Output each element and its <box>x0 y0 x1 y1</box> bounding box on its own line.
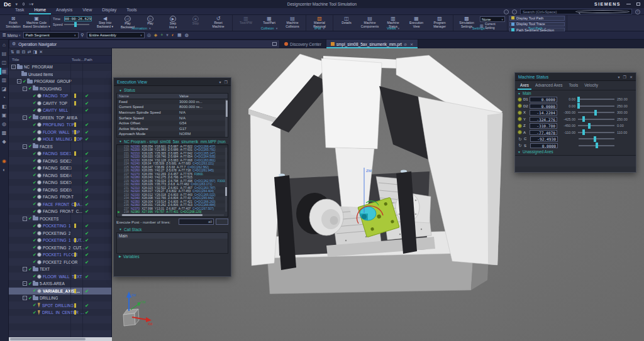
axis-slider[interactable] <box>578 106 614 107</box>
tree-item-facing-side2[interactable]: ✔FACING_SIDE2✔ <box>9 158 111 165</box>
axis-value-field[interactable]: -310.780 <box>530 123 557 129</box>
axis-value-field[interactable]: -92.4930 <box>530 136 558 142</box>
tree-item-pocket2-floor[interactable]: ✔POCKET2_FLOOR✔ <box>9 259 111 266</box>
tree-item-pocketing-1[interactable]: ✔POCKETING_1✔ <box>9 222 111 230</box>
status-row-approach-mode[interactable]: Approach ModeNORM <box>117 131 228 137</box>
display-tool-path-toggle[interactable]: Display Tool Path <box>509 16 565 21</box>
tree-item-facing-front-c[interactable]: ✔FACING_FRONT_C...✔ <box>9 208 111 215</box>
axis-slider[interactable] <box>578 125 614 126</box>
reuse-library-icon[interactable]: ◧ <box>1 103 8 110</box>
history-icon[interactable]: ▩ <box>1 129 8 136</box>
axis-slider-handle[interactable] <box>582 129 585 135</box>
expander-icon[interactable]: − <box>23 116 27 120</box>
collapse-all-icon[interactable]: ⊟ <box>22 50 26 55</box>
tree-item-floor-wall-top[interactable]: ✔FLOOR_WALL_TOP✔ <box>9 129 111 136</box>
nc-program-listing[interactable]: 219N2190X28.054Y18.601Z-5.687A-77.622C=D… <box>116 144 228 217</box>
expander-icon[interactable]: − <box>23 144 27 149</box>
expander-icon[interactable]: − <box>23 217 27 221</box>
tree-item-faces[interactable]: −✔FACES <box>9 143 111 151</box>
assembly-navigator-icon[interactable]: ▤ <box>1 50 8 57</box>
machine-status-tab-axes[interactable]: Axes <box>518 82 531 90</box>
expand-all-icon[interactable]: ⊞ <box>16 50 20 55</box>
constraint-navigator-icon[interactable]: ◫ <box>1 59 8 66</box>
status-row-active-offset[interactable]: Active OffsetG54 <box>117 121 228 126</box>
collaboration-icon[interactable]: ◦ <box>504 9 509 14</box>
tree-item-drilling[interactable]: −✔DRILLING <box>9 295 111 302</box>
help-icon[interactable]: ? <box>635 9 640 14</box>
tree-item-hole-milling-top[interactable]: ✔HOLE_MILLING_TOP✔ <box>9 136 111 143</box>
tab-part-file[interactable]: smpl_sim08_5ax_sinumerik_mm.prt ⊘ ✕ <box>326 40 418 48</box>
tree-item-pocketing-2-cut[interactable]: ✔POCKETING_2_CUT...✔ <box>9 244 111 252</box>
column-settings-icon[interactable]: ◨ <box>33 50 38 55</box>
tree-item-5-axis-area[interactable]: −✔5-AXIS-AREA <box>9 280 111 288</box>
code-vscrollbar[interactable] <box>225 148 227 212</box>
search-input[interactable]: Search (Ctrl+Space) <box>520 9 632 14</box>
status-row-surface-speed[interactable]: Surface SpeedN/A <box>117 115 228 121</box>
axis-value-field[interactable]: 0.0000 <box>530 143 558 149</box>
tree-item-pocketing-1-cut[interactable]: ✔POCKETING_1_CUT...✔ <box>9 237 111 244</box>
tree-item-facing-top[interactable]: ✔FACING_TOP✔ <box>9 92 111 100</box>
call-stack-item[interactable]: Main <box>117 233 228 239</box>
axis-value-field[interactable]: -14.2204 <box>530 110 557 116</box>
display-tool-trace-toggle[interactable]: Display Tool Trace <box>509 22 565 27</box>
status-row-active-workplane[interactable]: Active WorkplaneG17 <box>117 126 228 132</box>
simulation-setting-select[interactable]: None▾ <box>480 16 505 22</box>
tree-item-cavity-mill[interactable]: ✔CAVITY_MILL✔ <box>9 107 111 114</box>
touch-mode-icon[interactable]: ◐ <box>1 166 8 173</box>
axis-slider[interactable] <box>578 132 614 133</box>
execute-lines-stepper[interactable] <box>216 219 228 225</box>
tree-item-variable-axis[interactable]: ✔VARIABLE_AXIS_...✔ <box>9 288 111 295</box>
home-icon[interactable]: ⌂ <box>1 41 8 48</box>
axis-slider-handle[interactable] <box>596 143 598 148</box>
selection-filter-icon[interactable]: ◎ <box>147 32 151 38</box>
tree-item-drill-in-center[interactable]: ✔DRILL_IN_CENTER_...✔ <box>9 309 111 317</box>
tree-item-text[interactable]: −✔TEXT <box>9 266 111 273</box>
tree-item-facing-side6[interactable]: ✔FACING_SIDE6✔ <box>9 187 111 194</box>
quick-access-dropdown-icon[interactable]: ▾ <box>16 2 18 7</box>
time-field[interactable]: 00:00:26.629 <box>64 16 92 21</box>
menu-tab-home[interactable]: Home <box>29 7 51 14</box>
expander-icon[interactable]: − <box>23 296 27 300</box>
section-nc-program[interactable]: ▼NC Program - smpl_sim08_5ax_sinumerik_m… <box>116 139 228 144</box>
mic-icon[interactable] <box>23 3 25 6</box>
detach-icon[interactable]: ✕ <box>39 50 43 55</box>
assembly-scope-select[interactable]: Entire Assembly▾ <box>87 32 145 38</box>
section-status[interactable]: ▼Status <box>116 87 228 93</box>
tree-item-pocket1-floor[interactable]: ✔POCKET1_FLOOR✔ <box>9 251 111 259</box>
axis-slider-handle[interactable] <box>588 123 591 129</box>
voice-command-icon[interactable]: ≈▾ <box>29 2 33 7</box>
navigator-column-headers[interactable]: Title Toolc... Path <box>9 56 111 63</box>
tree-item-pockets[interactable]: −✔POCKETS <box>9 215 111 223</box>
axis-slider[interactable] <box>578 119 614 120</box>
finish-simulation-button[interactable]: ⊠FinishSimulation <box>2 16 25 28</box>
axis-value-field[interactable]: 0.0000 <box>530 97 557 102</box>
tab-close-icon[interactable]: ✕ <box>410 42 413 46</box>
tree-item-facing-side1[interactable]: ✔FACING_SIDE1✔ <box>9 150 111 158</box>
tree-item-facing-front[interactable]: ✔FACING_FRONT✔ <box>9 193 111 201</box>
machine-tool-navigator-icon[interactable]: ▥ <box>1 77 8 84</box>
machine-code-based-simulation-button[interactable]: ▣Machine CodeBased Simulation ▾ <box>25 16 48 28</box>
tree-item-unused-items[interactable]: Unused Items <box>9 71 111 78</box>
tree-item-profiling-top[interactable]: ✔PROFILING_TOP✔ <box>9 121 111 129</box>
axis-slider-handle[interactable] <box>577 103 580 109</box>
panel-dock-icon[interactable]: ❐ <box>623 75 626 79</box>
section-main-axes[interactable]: ▼Main <box>515 90 636 96</box>
tree-item-pocketing-2[interactable]: ✔POCKETING_2✔ <box>9 230 111 237</box>
axis-value-field[interactable]: 0.0000 <box>530 104 557 109</box>
tree-item-cavity-top[interactable]: ✔CAVITY_TOP✔ <box>9 100 111 107</box>
code-hscrollbar[interactable] <box>121 214 224 216</box>
snap-point-icon[interactable]: ◈ <box>154 32 157 38</box>
tree-item-facing-side3[interactable]: ✔FACING_SIDE3✔ <box>9 165 111 172</box>
menu-button[interactable]: ☰ Menu ▾ <box>3 33 21 38</box>
menu-tab-task[interactable]: Task <box>10 7 29 14</box>
machine-status-titlebar[interactable]: Machine Status ▾❐✕ <box>515 73 636 81</box>
machine-status-tab-velocity[interactable]: Velocity <box>582 82 601 90</box>
selection-mode-icon[interactable]: ⚲ <box>81 32 84 38</box>
dock-panel-icon[interactable] <box>272 42 277 46</box>
tree-item-roughing[interactable]: −✔ROUGHING <box>9 85 111 93</box>
hd3d-tools-icon[interactable]: ▣ <box>1 112 8 119</box>
panel-close-icon[interactable]: ✕ <box>630 75 633 79</box>
web-browser-icon[interactable]: ◍ <box>1 121 8 127</box>
tool-library-icon[interactable]: ◪ <box>1 85 8 92</box>
status-row-current-speed[interactable]: Current Speed8000.000 re... <box>117 104 228 110</box>
